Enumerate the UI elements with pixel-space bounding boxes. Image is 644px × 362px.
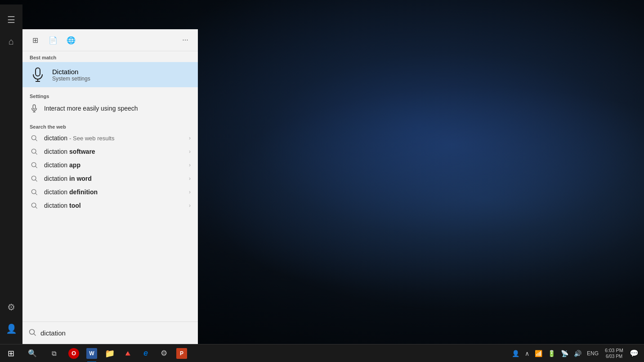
svg-rect-3 — [33, 105, 35, 109]
settings-header: Settings — [22, 90, 198, 101]
best-match-subtitle: System settings — [52, 76, 90, 82]
svg-line-17 — [36, 207, 37, 209]
best-match-title: Dictation — [52, 68, 90, 76]
web-item-text-5: dictation tool — [44, 202, 183, 209]
search-icon-3 — [30, 175, 39, 182]
web-item-text-1: dictation software — [44, 148, 183, 155]
search-icon-2 — [30, 162, 39, 168]
arrow-icon-3: › — [189, 175, 191, 182]
web-item-5[interactable]: dictation tool › — [22, 199, 198, 212]
web-item-0[interactable]: dictation - See web results › — [22, 131, 198, 145]
globe-icon: 🌐 — [67, 36, 76, 45]
people-icon[interactable]: 👤 — [510, 350, 521, 357]
opera-taskbar-icon[interactable]: O — [65, 344, 83, 362]
web-item-text-2: dictation app — [44, 161, 183, 169]
language-indicator[interactable]: ENG — [585, 350, 600, 357]
toolbar-globe-btn[interactable]: 🌐 — [64, 33, 78, 47]
document-icon: 📄 — [49, 36, 58, 45]
web-item-text-3: dictation in word — [44, 175, 183, 182]
search-box-icon — [29, 329, 36, 338]
web-item-1[interactable]: dictation software › — [22, 145, 198, 158]
web-section: Search the web dictation - See web resul… — [22, 119, 198, 214]
settings-taskbar-icon[interactable]: ⚙ — [155, 344, 173, 362]
clock[interactable]: 6:03 PM 6/03 PM — [602, 347, 626, 359]
settings-section: Settings Interact more easily using spee… — [22, 87, 198, 119]
web-item-text-4: dictation definition — [44, 188, 183, 196]
toolbar-grid-btn[interactable]: ⊞ — [28, 33, 42, 47]
search-input[interactable] — [40, 329, 192, 337]
start-button[interactable]: ⊞ — [0, 344, 22, 362]
network-icon[interactable]: 📶 — [533, 350, 544, 357]
settings-item-text: Interact more easily using speech — [44, 105, 138, 112]
search-button[interactable]: 🔍 — [22, 344, 43, 362]
svg-line-7 — [36, 139, 37, 141]
arrow-icon-1: › — [189, 148, 191, 155]
arrow-icon-5: › — [189, 202, 191, 209]
sidebar-bottom: ⚙ 👤 — [0, 296, 22, 340]
arrow-icon-2: › — [189, 162, 191, 168]
more-icon: ··· — [182, 36, 188, 44]
svg-rect-0 — [36, 68, 40, 76]
notification-icon[interactable]: 💬 — [628, 349, 640, 358]
best-match-header: Best match — [22, 51, 198, 62]
search-toolbar: ⊞ 📄 🌐 ··· — [22, 29, 198, 51]
web-item-text-0: dictation - See web results — [44, 134, 183, 142]
taskbar: ⊞ 🔍 ⧉ O W 📁 🔺 e ⚙ P 👤 ∧ — [0, 344, 644, 362]
start-sidebar: ☰ ⌂ ⚙ 👤 — [0, 4, 22, 344]
settings-icon: ⚙ — [7, 302, 15, 313]
explorer-taskbar-icon[interactable]: 📁 — [101, 344, 119, 362]
best-match-text: Dictation System settings — [52, 68, 90, 82]
search-icon-5 — [30, 202, 39, 209]
settings-speech-item[interactable]: Interact more easily using speech — [22, 101, 198, 116]
powerpoint-taskbar-icon[interactable]: P — [173, 344, 191, 362]
arrow-icon-4: › — [189, 189, 191, 195]
svg-line-15 — [36, 193, 37, 195]
sidebar-settings[interactable]: ⚙ — [0, 296, 22, 318]
hamburger-icon: ☰ — [7, 14, 15, 25]
task-view-button[interactable]: ⧉ — [43, 344, 65, 362]
search-icon-0 — [30, 135, 39, 141]
web-section-header: Search the web — [22, 121, 198, 131]
search-box — [22, 322, 198, 344]
arrow-icon-0: › — [189, 135, 191, 141]
gdrive-taskbar-icon[interactable]: 🔺 — [119, 344, 137, 362]
expand-icon[interactable]: ∧ — [523, 350, 531, 357]
speech-icon — [30, 104, 39, 112]
search-icon-4 — [30, 189, 39, 195]
web-item-2[interactable]: dictation app › — [22, 158, 198, 172]
svg-line-19 — [34, 334, 36, 335]
grid-icon: ⊞ — [32, 36, 38, 45]
best-match-item[interactable]: Dictation System settings — [22, 62, 198, 87]
dictation-icon — [30, 67, 46, 83]
web-item-4[interactable]: dictation definition › — [22, 185, 198, 199]
edge-taskbar-icon[interactable]: e — [137, 344, 155, 362]
search-icon-1 — [30, 148, 39, 155]
web-item-3[interactable]: dictation in word › — [22, 172, 198, 185]
taskbar-right: 👤 ∧ 📶 🔋 📡 🔊 ENG 6:03 PM 6/03 PM 💬 — [510, 344, 644, 362]
svg-line-13 — [36, 180, 37, 182]
toolbar-doc-btn[interactable]: 📄 — [46, 33, 60, 47]
taskbar-left: ⊞ 🔍 ⧉ O W 📁 🔺 e ⚙ P — [0, 344, 191, 362]
sidebar-hamburger[interactable]: ☰ — [0, 9, 22, 31]
sidebar-user[interactable]: 👤 — [0, 318, 22, 340]
volume-icon[interactable]: 🔊 — [572, 350, 583, 357]
toolbar-more-btn[interactable]: ··· — [178, 33, 192, 47]
svg-line-11 — [36, 166, 37, 168]
search-panel: ⊞ 📄 🌐 ··· Best match Dictation System se… — [22, 29, 198, 344]
svg-line-9 — [36, 153, 37, 155]
wifi-icon[interactable]: 📡 — [559, 350, 570, 357]
user-icon: 👤 — [6, 323, 17, 334]
home-icon: ⌂ — [9, 36, 14, 47]
sidebar-home[interactable]: ⌂ — [0, 31, 22, 52]
word-taskbar-icon[interactable]: W — [83, 344, 101, 362]
battery-icon[interactable]: 🔋 — [546, 350, 557, 357]
